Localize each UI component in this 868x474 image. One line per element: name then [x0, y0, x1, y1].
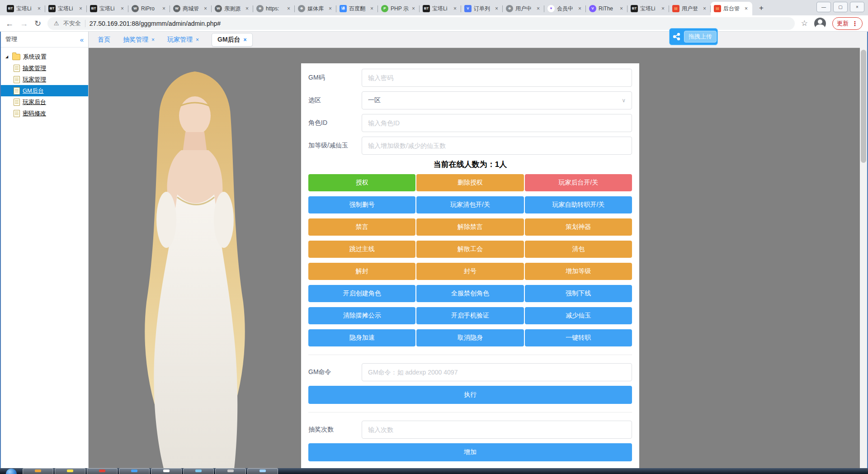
gm-action-button[interactable]: 强制下线: [525, 285, 632, 302]
bookmark-star-icon[interactable]: ☆: [801, 19, 808, 28]
page-tab-0[interactable]: 首页: [98, 36, 110, 44]
gm-action-button[interactable]: 隐身加速: [308, 329, 415, 346]
page-tab-3[interactable]: GM后台×: [212, 33, 253, 47]
browser-tab-7[interactable]: ⊕媒体库×: [295, 2, 336, 15]
gm-action-button[interactable]: 开启创建角色: [308, 285, 415, 302]
gm-action-button[interactable]: 强制删号: [308, 196, 415, 213]
browser-tab-12[interactable]: ⊕用户中×: [503, 2, 544, 15]
gm-action-button[interactable]: 清除摆摊公示: [308, 307, 415, 324]
gm-action-button[interactable]: 取消隐身: [416, 329, 524, 346]
lottery-count-input[interactable]: [362, 421, 632, 439]
sidebar-item-2[interactable]: GM后台: [1, 85, 88, 96]
browser-tab-6[interactable]: ⊕https:×: [253, 2, 295, 15]
tab-close-icon[interactable]: ×: [661, 5, 665, 12]
tab-close-icon[interactable]: ×: [121, 5, 124, 12]
browser-tab-16[interactable]: ▤用户登×: [669, 2, 711, 15]
taskbar-app-7[interactable]: [247, 468, 278, 474]
tab-close-icon[interactable]: ×: [38, 5, 41, 12]
browser-tab-2[interactable]: BT宝塔Li×: [87, 2, 128, 15]
tab-close-icon[interactable]: ×: [537, 5, 540, 12]
gm-action-button[interactable]: 封号: [416, 263, 524, 280]
gm-action-button[interactable]: 一键转职: [525, 329, 632, 346]
gm-action-button[interactable]: 玩家自助转职开/关: [525, 196, 632, 213]
sidebar-item-4[interactable]: 密码修改: [1, 108, 88, 119]
security-label[interactable]: 不安全: [63, 19, 81, 28]
minimize-icon[interactable]: —: [816, 2, 831, 12]
execute-button[interactable]: 执行: [308, 386, 632, 404]
browser-menu-icon[interactable]: ⋮: [852, 20, 858, 27]
tab-close-icon[interactable]: ×: [287, 5, 290, 12]
gm-action-button[interactable]: 跳过主线: [308, 241, 415, 258]
update-button[interactable]: 更新 ⋮: [832, 17, 863, 30]
browser-tab-10[interactable]: BT宝塔Li×: [420, 2, 461, 15]
collapse-sidebar-icon[interactable]: «: [80, 36, 84, 43]
tab-close-icon[interactable]: ×: [204, 5, 207, 12]
gm-action-button[interactable]: 增加等级: [525, 263, 632, 280]
tab-close-icon[interactable]: ×: [196, 37, 199, 43]
taskbar-app-5[interactable]: [183, 468, 214, 474]
browser-tab-13[interactable]: ♥会员中×: [544, 2, 586, 15]
scrollbar-thumb[interactable]: [861, 50, 866, 163]
tree-folder-system-settings[interactable]: ◢ 系统设置: [1, 51, 88, 62]
gm-action-button[interactable]: 减少仙玉: [525, 307, 632, 324]
tab-close-icon[interactable]: ×: [703, 5, 706, 12]
taskbar-app-6[interactable]: [215, 468, 246, 474]
taskbar-app-1[interactable]: [55, 468, 85, 474]
sidebar-item-1[interactable]: 玩家管理: [1, 74, 88, 85]
tab-close-icon[interactable]: ×: [495, 5, 498, 12]
page-scrollbar[interactable]: [860, 32, 867, 468]
gm-action-button[interactable]: 解除禁言: [416, 218, 524, 236]
page-tab-2[interactable]: 玩家管理×: [167, 36, 199, 44]
forward-icon[interactable]: →: [20, 19, 28, 28]
gm-action-button[interactable]: 删除授权: [416, 174, 524, 191]
tab-close-icon[interactable]: ×: [578, 5, 581, 12]
tab-close-icon[interactable]: ×: [79, 5, 82, 12]
gm-action-button[interactable]: 授权: [308, 174, 415, 191]
taskbar-app-2[interactable]: [87, 468, 118, 474]
gm-action-button[interactable]: 清包: [525, 241, 632, 258]
gm-action-button[interactable]: 解散工会: [416, 241, 524, 258]
browser-tab-14[interactable]: VRiThe×: [586, 2, 627, 15]
zone-select[interactable]: 一区∨: [362, 91, 632, 109]
browser-tab-5[interactable]: W亲测源×: [212, 2, 253, 15]
browser-tab-1[interactable]: BT宝塔Li×: [45, 2, 87, 15]
tab-close-icon[interactable]: ×: [412, 5, 415, 12]
gm-action-button[interactable]: 禁言: [308, 218, 415, 236]
gm-action-button[interactable]: 玩家清包开/关: [416, 196, 524, 213]
page-tab-1[interactable]: 抽奖管理×: [123, 36, 155, 44]
tab-close-icon[interactable]: ×: [620, 5, 623, 12]
browser-tab-4[interactable]: W商城管×: [170, 2, 212, 15]
gm-action-button[interactable]: 开启手机验证: [416, 307, 524, 324]
taskbar-app-4[interactable]: [151, 468, 182, 474]
close-icon[interactable]: ×: [850, 2, 864, 12]
gm-command-input[interactable]: [362, 363, 632, 381]
tab-close-icon[interactable]: ×: [370, 5, 373, 12]
level-jade-input[interactable]: [362, 137, 632, 155]
sidebar-item-0[interactable]: 抽奖管理: [1, 62, 88, 74]
tab-close-icon[interactable]: ×: [745, 5, 748, 12]
tab-close-icon[interactable]: ×: [244, 37, 247, 43]
gm-action-button[interactable]: 全服禁创角色: [416, 285, 524, 302]
gm-code-input[interactable]: [362, 69, 632, 87]
browser-tab-15[interactable]: BT宝塔Li×: [627, 2, 669, 15]
new-tab-button[interactable]: +: [755, 2, 768, 14]
taskbar-app-3[interactable]: [119, 468, 150, 474]
gm-action-button[interactable]: 解封: [308, 263, 415, 280]
tab-close-icon[interactable]: ×: [329, 5, 332, 12]
url-text[interactable]: 27.50.169.201:88/gggmmm/admin/admin.php#: [90, 20, 221, 27]
browser-tab-3[interactable]: WRiPro×: [128, 2, 170, 15]
browser-tab-9[interactable]: PPHP 示×: [378, 2, 420, 15]
browser-tab-17[interactable]: ▤后台管×: [711, 2, 752, 15]
profile-avatar[interactable]: [814, 18, 826, 29]
start-button[interactable]: [1, 468, 21, 474]
tree-expander-icon[interactable]: ◢: [5, 55, 9, 59]
sidebar-item-3[interactable]: 玩家后台: [1, 96, 88, 108]
browser-tab-0[interactable]: BT宝塔Li×: [4, 2, 45, 15]
tab-close-icon[interactable]: ×: [162, 5, 165, 12]
back-icon[interactable]: ←: [5, 19, 14, 28]
gm-action-button[interactable]: 策划神器: [525, 218, 632, 236]
tab-close-icon[interactable]: ×: [151, 37, 155, 43]
role-id-input[interactable]: [362, 114, 632, 132]
browser-tab-11[interactable]: V订单列×: [461, 2, 503, 15]
taskbar-app-0[interactable]: [23, 468, 53, 474]
